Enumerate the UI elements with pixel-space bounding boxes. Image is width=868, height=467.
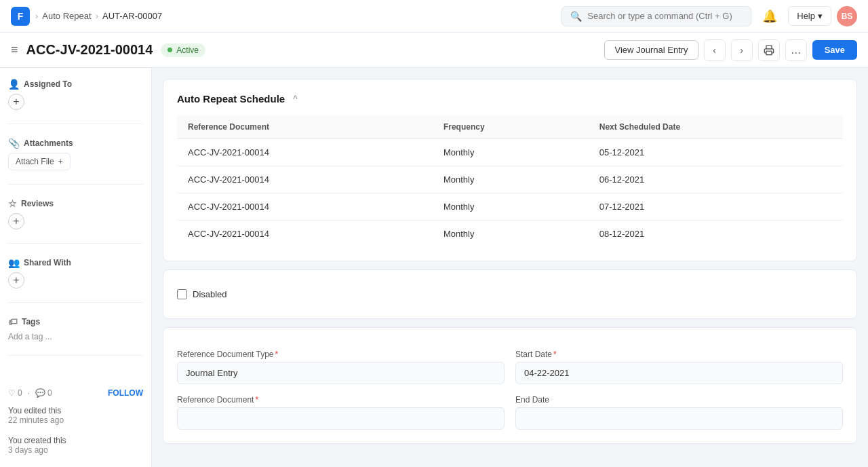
breadcrumb-auto-repeat[interactable]: Auto Repeat xyxy=(42,11,91,21)
ref-doc-input[interactable] xyxy=(177,407,505,430)
cell-frequency: Monthly xyxy=(433,139,589,166)
breadcrumb-doc-id: AUT-AR-00007 xyxy=(102,11,162,21)
table-row: ACC-JV-2021-00014 Monthly 06-12-2021 xyxy=(177,166,843,193)
end-date-input[interactable] xyxy=(515,407,843,430)
save-button[interactable]: Save xyxy=(812,40,857,60)
heart-icon: ♡ xyxy=(8,388,16,398)
add-shared-button[interactable]: + xyxy=(8,272,24,288)
ref-doc-field: Reference Document * xyxy=(177,395,505,430)
chevron-down-icon: ▾ xyxy=(818,11,823,21)
svg-rect-0 xyxy=(766,51,772,54)
view-journal-button[interactable]: View Journal Entry xyxy=(604,40,698,60)
disabled-label: Disabled xyxy=(193,289,227,299)
follow-button[interactable]: FOLLOW xyxy=(108,388,143,398)
shared-with-section: 👥 Shared With + xyxy=(8,257,143,288)
top-nav: F › Auto Repeat › AUT-AR-00007 🔍 🔔 Help … xyxy=(0,0,868,33)
ref-doc-label: Reference Document xyxy=(177,395,254,405)
add-tag-link[interactable]: Add a tag ... xyxy=(8,332,52,341)
cell-frequency: Monthly xyxy=(433,221,589,248)
breadcrumb-sep2: › xyxy=(96,11,98,21)
breadcrumb-sep1: › xyxy=(35,11,38,21)
ref-doc-type-field: Reference Document Type * xyxy=(177,350,505,384)
next-button[interactable]: › xyxy=(731,39,753,61)
form-grid: Reference Document Type * Start Date * R… xyxy=(177,350,843,430)
help-button[interactable]: Help ▾ xyxy=(788,6,831,26)
tags-icon: 🏷 xyxy=(8,316,18,327)
col-frequency: Frequency xyxy=(433,115,589,139)
reviews-section: ☆ Reviews + xyxy=(8,198,143,229)
ref-doc-type-required: * xyxy=(275,350,279,359)
disabled-card: Disabled xyxy=(163,269,857,319)
reviews-label: Reviews xyxy=(21,199,54,208)
schedule-table: Reference Document Frequency Next Schedu… xyxy=(177,115,843,247)
cell-ref-doc: ACC-JV-2021-00014 xyxy=(177,139,433,166)
table-row: ACC-JV-2021-00014 Monthly 07-12-2021 xyxy=(177,193,843,221)
sidebar: 👤 Assigned To + 📎 Attachments Attach Fil… xyxy=(0,68,152,467)
menu-icon[interactable]: ≡ xyxy=(11,43,18,57)
comment-icon: 💬 xyxy=(35,388,45,398)
attachments-label: Attachments xyxy=(24,138,73,148)
disabled-row: Disabled xyxy=(177,284,843,305)
likes-count[interactable]: ♡ 0 xyxy=(8,388,22,398)
cell-frequency: Monthly xyxy=(433,193,589,221)
status-label: Active xyxy=(176,45,199,55)
end-date-field: End Date xyxy=(515,395,843,430)
cell-next-date: 06-12-2021 xyxy=(589,166,843,193)
cell-ref-doc: ACC-JV-2021-00014 xyxy=(177,166,433,193)
attach-file-button[interactable]: Attach File + xyxy=(8,153,71,170)
activity-item-1: You created this 3 days ago xyxy=(8,436,143,455)
attachments-section: 📎 Attachments Attach File + xyxy=(8,138,143,170)
table-row: ACC-JV-2021-00014 Monthly 05-12-2021 xyxy=(177,139,843,166)
attach-file-plus-icon: + xyxy=(58,157,63,166)
add-assigned-button[interactable]: + xyxy=(8,94,24,110)
schedule-section-header: Auto Repeat Schedule ^ xyxy=(177,93,843,105)
search-bar[interactable]: 🔍 xyxy=(561,6,751,26)
start-date-input[interactable] xyxy=(515,362,843,384)
activity-item-0: You edited this 22 minutes ago xyxy=(8,406,143,425)
auto-repeat-schedule-card: Auto Repeat Schedule ^ Reference Documen… xyxy=(163,79,857,261)
attach-file-label: Attach File xyxy=(16,157,54,166)
shared-with-icon: 👥 xyxy=(8,257,20,268)
assigned-to-section: 👤 Assigned To + xyxy=(8,79,143,110)
main-layout: 👤 Assigned To + 📎 Attachments Attach Fil… xyxy=(0,68,868,467)
table-row: ACC-JV-2021-00014 Monthly 08-12-2021 xyxy=(177,221,843,248)
status-badge: Active xyxy=(161,43,205,57)
header-actions: View Journal Entry ‹ › … Save xyxy=(604,39,857,61)
search-input[interactable] xyxy=(587,11,743,21)
ref-doc-type-label: Reference Document Type xyxy=(177,350,274,359)
prev-button[interactable]: ‹ xyxy=(704,39,726,61)
comments-count[interactable]: 💬 0 xyxy=(35,388,52,398)
cell-frequency: Monthly xyxy=(433,166,589,193)
app-logo[interactable]: F xyxy=(11,7,30,26)
add-review-button[interactable]: + xyxy=(8,213,24,229)
avatar[interactable]: BS xyxy=(837,6,857,26)
start-date-field: Start Date * xyxy=(515,350,843,384)
disabled-checkbox[interactable] xyxy=(177,289,187,299)
shared-with-label: Shared With xyxy=(24,258,71,267)
collapse-schedule-button[interactable]: ^ xyxy=(293,94,298,105)
activity-log: You edited this 22 minutes ago You creat… xyxy=(8,406,143,455)
cell-next-date: 05-12-2021 xyxy=(589,139,843,166)
assigned-to-icon: 👤 xyxy=(8,79,20,90)
col-next-date: Next Scheduled Date xyxy=(589,115,843,139)
cell-next-date: 08-12-2021 xyxy=(589,221,843,248)
cell-next-date: 07-12-2021 xyxy=(589,193,843,221)
page-header: ≡ ACC-JV-2021-00014 Active View Journal … xyxy=(0,33,868,68)
tags-section: 🏷 Tags Add a tag ... xyxy=(8,316,143,341)
page-title: ACC-JV-2021-00014 xyxy=(26,42,153,58)
ref-doc-type-input[interactable] xyxy=(177,362,505,384)
sidebar-footer: ♡ 0 · 💬 0 FOLLOW You edited this 22 minu… xyxy=(8,388,143,456)
col-ref-doc: Reference Document xyxy=(177,115,433,139)
search-icon: 🔍 xyxy=(570,11,582,22)
schedule-section-title: Auto Repeat Schedule xyxy=(177,93,285,105)
notifications-bell[interactable]: 🔔 xyxy=(757,6,783,26)
end-date-label: End Date xyxy=(515,395,549,405)
cell-ref-doc: ACC-JV-2021-00014 xyxy=(177,193,433,221)
tags-label: Tags xyxy=(22,317,40,326)
reviews-icon: ☆ xyxy=(8,198,17,209)
attachment-icon: 📎 xyxy=(8,138,20,149)
more-options-button[interactable]: … xyxy=(785,39,807,61)
cell-ref-doc: ACC-JV-2021-00014 xyxy=(177,221,433,248)
form-card: Reference Document Type * Start Date * R… xyxy=(163,327,857,444)
print-button[interactable] xyxy=(758,39,780,61)
